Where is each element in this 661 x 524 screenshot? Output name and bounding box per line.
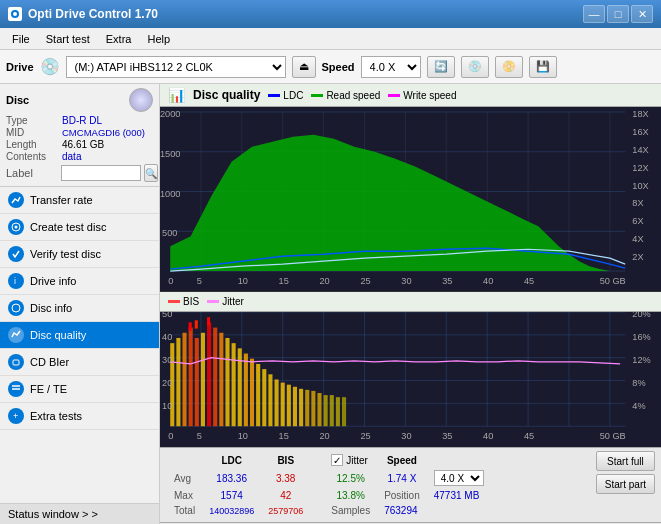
svg-rect-84 <box>256 364 260 426</box>
svg-text:30: 30 <box>162 355 172 365</box>
svg-text:45: 45 <box>524 431 534 441</box>
refresh-button[interactable]: 🔄 <box>427 56 455 78</box>
disc-button1[interactable]: 💿 <box>461 56 489 78</box>
top-chart: 18X 16X 14X 12X 10X 8X 6X 4X 2X 2000 150… <box>160 107 661 292</box>
save-button[interactable]: 💾 <box>529 56 557 78</box>
status-window-label: Status window > > <box>8 508 98 520</box>
speed-col-header: Speed <box>378 453 426 467</box>
disc-type-value: BD-R DL <box>62 115 102 126</box>
maximize-button[interactable]: □ <box>607 5 629 23</box>
start-part-button[interactable]: Start part <box>596 474 655 494</box>
write-dot <box>388 94 400 97</box>
svg-text:0: 0 <box>168 276 173 286</box>
jitter-dot <box>207 300 219 303</box>
svg-text:35: 35 <box>442 431 452 441</box>
ldc-dot <box>268 94 280 97</box>
disc-label-input[interactable] <box>61 165 141 181</box>
max-jitter: 13.8% <box>325 489 376 502</box>
disc-label-row: Label 🔍 <box>6 164 153 182</box>
minimize-button[interactable]: — <box>583 5 605 23</box>
svg-text:16X: 16X <box>632 127 648 137</box>
svg-rect-100 <box>189 322 192 330</box>
create-test-disc-icon <box>8 219 24 235</box>
svg-rect-83 <box>250 359 254 427</box>
jitter-header: Jitter <box>346 455 368 466</box>
speed-value: 1.74 X <box>378 469 426 487</box>
drive-select[interactable]: (M:) ATAPI iHBS112 2 CL0K <box>66 56 286 78</box>
disc-mid-label: MID <box>6 127 58 138</box>
svg-text:30: 30 <box>401 276 411 286</box>
nav-transfer-rate[interactable]: Transfer rate <box>0 187 159 214</box>
svg-text:20%: 20% <box>632 312 650 319</box>
stats-table: LDC BIS ✓ Jitter Speed Avg 183.36 3.38 1… <box>166 451 492 519</box>
avg-ldc: 183.36 <box>203 469 260 487</box>
svg-text:1500: 1500 <box>160 149 180 159</box>
eject-button[interactable]: ⏏ <box>292 56 316 78</box>
nav-label-disc-quality: Disc quality <box>30 329 86 341</box>
svg-text:8X: 8X <box>632 199 643 209</box>
menu-file[interactable]: File <box>4 31 38 47</box>
disc-contents-value: data <box>62 151 81 162</box>
nav-drive-info[interactable]: i Drive info <box>0 268 159 295</box>
nav-fe-te[interactable]: FE / TE <box>0 376 159 403</box>
svg-text:10: 10 <box>238 276 248 286</box>
svg-point-1 <box>13 12 17 16</box>
disc-label-browse[interactable]: 🔍 <box>144 164 158 182</box>
max-label: Max <box>168 489 201 502</box>
svg-text:30: 30 <box>401 431 411 441</box>
disc-info-icon <box>8 300 24 316</box>
svg-rect-89 <box>287 385 291 427</box>
nav-cd-bier[interactable]: CD BIer <box>0 349 159 376</box>
avg-jitter: 12.5% <box>325 469 376 487</box>
status-window-button[interactable]: Status window > > <box>0 503 159 524</box>
close-button[interactable]: ✕ <box>631 5 653 23</box>
drive-bar: Drive 💿 (M:) ATAPI iHBS112 2 CL0K ⏏ Spee… <box>0 50 661 84</box>
nav-disc-info[interactable]: Disc info <box>0 295 159 322</box>
svg-rect-78 <box>219 333 223 426</box>
ldc-label: LDC <box>283 90 303 101</box>
nav-create-test-disc[interactable]: Create test disc <box>0 214 159 241</box>
max-bis: 42 <box>262 489 309 502</box>
disc-type-row: Type BD-R DL <box>6 115 153 126</box>
svg-text:12X: 12X <box>632 163 648 173</box>
drive-label: Drive <box>6 61 34 73</box>
svg-text:0: 0 <box>168 431 173 441</box>
disc-button2[interactable]: 📀 <box>495 56 523 78</box>
read-dot <box>311 94 323 97</box>
transfer-rate-icon <box>8 192 24 208</box>
speed-select-stats[interactable]: 4.0 X <box>434 470 484 486</box>
svg-rect-95 <box>324 395 328 426</box>
svg-point-3 <box>15 226 18 229</box>
app-title: Opti Drive Control 1.70 <box>28 7 158 21</box>
svg-rect-76 <box>207 322 211 426</box>
avg-bis: 3.38 <box>262 469 309 487</box>
menu-start-test[interactable]: Start test <box>38 31 98 47</box>
svg-rect-90 <box>293 387 297 426</box>
nav-extra-tests[interactable]: + Extra tests <box>0 403 159 430</box>
read-label: Read speed <box>326 90 380 101</box>
jitter-checkbox[interactable]: ✓ <box>331 454 343 466</box>
menu-extra[interactable]: Extra <box>98 31 140 47</box>
jitter-header-cell: ✓ Jitter <box>325 453 376 467</box>
total-ldc: 140032896 <box>203 504 260 517</box>
nav-verify-test-disc[interactable]: Verify test disc <box>0 241 159 268</box>
svg-rect-75 <box>201 333 205 426</box>
nav-disc-quality[interactable]: Disc quality <box>0 322 159 349</box>
content-area: 📊 Disc quality LDC Read speed Write spee… <box>160 84 661 524</box>
svg-rect-94 <box>317 393 321 426</box>
menu-bar: File Start test Extra Help <box>0 28 661 50</box>
svg-rect-99 <box>207 317 210 325</box>
speed-select[interactable]: 4.0 X <box>361 56 421 78</box>
menu-help[interactable]: Help <box>139 31 178 47</box>
disc-icon <box>129 88 153 112</box>
svg-rect-77 <box>213 328 217 427</box>
svg-text:1000: 1000 <box>160 189 180 199</box>
svg-rect-86 <box>268 374 272 426</box>
extra-tests-icon: + <box>8 408 24 424</box>
svg-text:+: + <box>13 411 18 421</box>
stats-bar: LDC BIS ✓ Jitter Speed Avg 183.36 3.38 1… <box>160 447 661 522</box>
disc-label-label: Label <box>6 167 58 179</box>
svg-text:15: 15 <box>279 276 289 286</box>
start-full-button[interactable]: Start full <box>596 451 655 471</box>
legend-bis: BIS <box>168 296 199 307</box>
